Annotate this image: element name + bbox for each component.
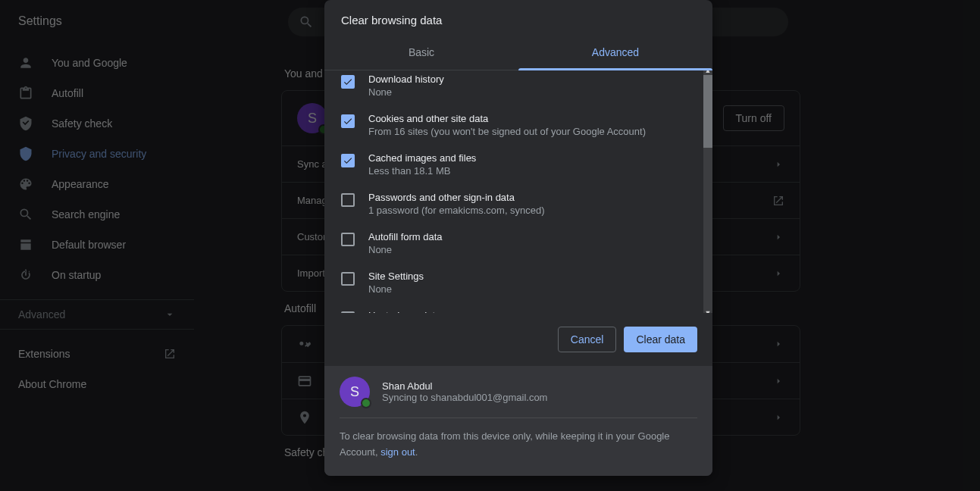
external-link-icon bbox=[772, 195, 784, 207]
sidebar-item-default-browser[interactable]: Default browser bbox=[0, 230, 194, 260]
tab-advanced[interactable]: Advanced bbox=[518, 34, 712, 70]
power-icon bbox=[18, 267, 33, 283]
search-icon bbox=[299, 14, 314, 30]
sidebar-item-safety-check[interactable]: Safety check bbox=[0, 108, 194, 139]
user-sync-status: Syncing to shanabdul001@gmail.com bbox=[382, 392, 547, 403]
check-icon bbox=[343, 155, 353, 166]
extensions-label: Extensions bbox=[18, 348, 70, 360]
option-sub: None bbox=[368, 283, 424, 295]
key-icon bbox=[297, 336, 312, 352]
dialog-tabs: Basic Advanced bbox=[324, 34, 712, 70]
tab-basic[interactable]: Basic bbox=[324, 34, 518, 70]
chevron-right-icon bbox=[772, 267, 784, 280]
advanced-label: Advanced bbox=[18, 308, 65, 321]
shield-check-icon bbox=[18, 116, 33, 131]
option-hosted-app[interactable]: Hosted app data 1 app (Web Store) bbox=[324, 302, 712, 313]
option-sub: 1 password (for emakicms.com, synced) bbox=[368, 205, 545, 216]
option-sub: None bbox=[368, 244, 443, 255]
checkbox-autofill-data[interactable] bbox=[341, 233, 355, 246]
sidebar: You and Google Autofill Safety check Pri… bbox=[0, 42, 194, 399]
chevron-right-icon bbox=[772, 231, 784, 243]
dialog-title: Clear browsing data bbox=[324, 0, 712, 34]
checkbox-cookies[interactable] bbox=[341, 114, 355, 128]
hint-suffix: . bbox=[415, 446, 418, 458]
clipboard-icon bbox=[18, 86, 33, 101]
sidebar-item-label: You and Google bbox=[52, 57, 127, 69]
turn-off-button[interactable]: Turn off bbox=[723, 105, 784, 131]
avatar: S bbox=[297, 103, 327, 133]
sidebar-item-you-and-google[interactable]: You and Google bbox=[0, 48, 194, 78]
checkbox-cached[interactable] bbox=[341, 154, 355, 167]
dialog-button-row: Cancel Clear data bbox=[324, 313, 712, 366]
sidebar-item-label: Search engine bbox=[52, 208, 120, 220]
sidebar-item-label: Appearance bbox=[52, 178, 109, 190]
chevron-right-icon bbox=[772, 338, 784, 350]
scrollbar-thumb[interactable] bbox=[703, 75, 712, 148]
avatar: S bbox=[340, 377, 370, 407]
cancel-button[interactable]: Cancel bbox=[558, 327, 617, 352]
option-label: Cookies and other site data bbox=[368, 113, 646, 124]
option-label: Download history bbox=[368, 73, 444, 85]
sidebar-item-appearance[interactable]: Appearance bbox=[0, 169, 194, 199]
clear-browsing-data-dialog: Clear browsing data Basic Advanced Downl… bbox=[324, 0, 712, 476]
option-autofill-data[interactable]: Autofill form data None bbox=[324, 224, 712, 263]
sidebar-item-label: Default browser bbox=[52, 239, 126, 251]
location-icon bbox=[297, 410, 312, 425]
option-sub: None bbox=[368, 86, 444, 98]
page-title: Settings bbox=[18, 14, 62, 28]
sidebar-item-label: On startup bbox=[52, 269, 101, 281]
card-icon bbox=[297, 374, 312, 389]
option-label: Passwords and other sign-in data bbox=[368, 192, 545, 203]
option-label: Autofill form data bbox=[368, 231, 443, 242]
option-cached[interactable]: Cached images and files Less than 18.1 M… bbox=[324, 145, 712, 184]
user-name: Shan Abdul bbox=[382, 380, 547, 392]
check-icon bbox=[343, 77, 353, 87]
checkbox-download-history[interactable] bbox=[341, 75, 355, 89]
palette-icon bbox=[18, 177, 33, 192]
option-passwords[interactable]: Passwords and other sign-in data 1 passw… bbox=[324, 184, 712, 224]
sidebar-item-search-engine[interactable]: Search engine bbox=[0, 199, 194, 230]
browser-icon bbox=[18, 237, 33, 252]
checkbox-hosted-app[interactable] bbox=[341, 311, 355, 313]
footer-user-row: S Shan Abdul Syncing to shanabdul001@gma… bbox=[340, 377, 697, 418]
option-label: Site Settings bbox=[368, 271, 424, 282]
sign-out-link[interactable]: sign out bbox=[380, 446, 415, 458]
option-sub: Less than 18.1 MB bbox=[368, 165, 476, 177]
avatar-initial: S bbox=[308, 111, 317, 127]
option-sub: From 16 sites (you won't be signed out o… bbox=[368, 126, 646, 137]
option-site-settings[interactable]: Site Settings None bbox=[324, 263, 712, 302]
chevron-right-icon bbox=[772, 158, 784, 170]
option-label: Hosted app data bbox=[368, 310, 449, 313]
dialog-footer: S Shan Abdul Syncing to shanabdul001@gma… bbox=[324, 366, 712, 476]
shield-icon bbox=[18, 146, 33, 161]
search-icon bbox=[18, 207, 33, 222]
sidebar-item-privacy[interactable]: Privacy and security bbox=[0, 139, 194, 169]
scroll-down-icon[interactable]: ▼ bbox=[703, 308, 712, 313]
sidebar-item-on-startup[interactable]: On startup bbox=[0, 260, 194, 290]
sidebar-advanced-toggle[interactable]: Advanced bbox=[0, 299, 194, 330]
footer-hint: To clear browsing data from this device … bbox=[340, 429, 697, 461]
sidebar-extensions-link[interactable]: Extensions bbox=[0, 339, 194, 369]
about-label: About Chrome bbox=[18, 378, 86, 390]
dialog-options-list: Download history None Cookies and other … bbox=[324, 70, 712, 313]
scrollbar-track[interactable]: ▲ ▼ bbox=[703, 70, 712, 313]
external-link-icon bbox=[164, 348, 176, 360]
check-icon bbox=[343, 116, 353, 127]
sidebar-about-link[interactable]: About Chrome bbox=[0, 369, 194, 399]
chevron-right-icon bbox=[772, 411, 784, 424]
person-icon bbox=[18, 55, 33, 70]
checkbox-passwords[interactable] bbox=[341, 193, 355, 207]
sidebar-item-label: Safety check bbox=[52, 117, 112, 130]
sidebar-item-autofill[interactable]: Autofill bbox=[0, 78, 194, 108]
option-download-history[interactable]: Download history None bbox=[324, 70, 712, 105]
option-cookies[interactable]: Cookies and other site data From 16 site… bbox=[324, 105, 712, 145]
sidebar-item-label: Autofill bbox=[52, 87, 83, 99]
checkbox-site-settings[interactable] bbox=[341, 272, 355, 286]
avatar-initial: S bbox=[350, 384, 359, 400]
option-label: Cached images and files bbox=[368, 152, 476, 164]
sidebar-item-label: Privacy and security bbox=[52, 148, 146, 160]
clear-data-button[interactable]: Clear data bbox=[624, 327, 697, 352]
chevron-down-icon bbox=[164, 308, 176, 321]
chevron-right-icon bbox=[772, 375, 784, 387]
sync-badge-icon bbox=[361, 398, 371, 408]
